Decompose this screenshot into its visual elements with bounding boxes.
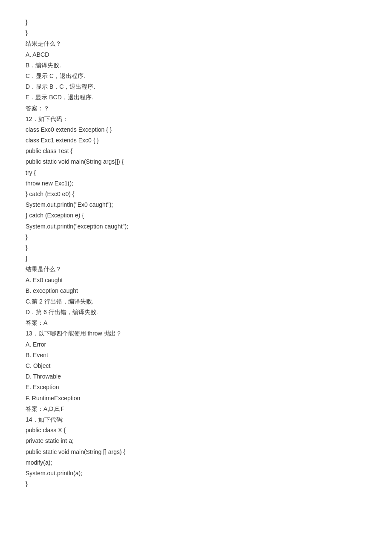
content-line: throw new Exc1(); (26, 178, 366, 189)
content-line: C．显示 C，退出程序. (26, 71, 366, 81)
content-line: B. exception caught (26, 286, 366, 296)
content-line: try { (26, 168, 366, 178)
content-line: F. RuntimeException (26, 393, 366, 404)
content-line: A. ABCD (26, 49, 366, 60)
content-line: modify(a); (26, 457, 366, 468)
content-line: public static void main(String [] args) … (26, 447, 366, 457)
content-line: System.out.println(a); (26, 468, 366, 479)
content-line: 结果是什么？ (26, 38, 366, 49)
content-line: public static void main(String args[]) { (26, 156, 366, 167)
content-line: } (26, 17, 366, 28)
content-line: private static int a; (26, 436, 366, 446)
content-line: D．显示 B，C，退出程序. (26, 81, 366, 92)
main-content: }}结果是什么？A. ABCDB．编译失败.C．显示 C，退出程序.D．显示 B… (26, 17, 366, 489)
content-line: 答案：A,D,E,F (26, 404, 366, 414)
content-line: } (26, 243, 366, 253)
content-line: } (26, 479, 366, 489)
content-line: C.第 2 行出错，编译失败. (26, 296, 366, 307)
content-line: A. Error (26, 339, 366, 350)
content-line: } (26, 253, 366, 264)
content-line: System.out.println("Ex0 caught"); (26, 199, 366, 210)
content-line: 12．如下代码： (26, 114, 366, 124)
content-line: 答案：？ (26, 103, 366, 114)
content-line: public class Test { (26, 146, 366, 156)
content-line: class Exc1 extends Exc0 { } (26, 135, 366, 146)
content-line: } (26, 232, 366, 243)
content-line: 答案：A (26, 318, 366, 328)
content-line: } (26, 28, 366, 38)
content-line: 14．如下代码: (26, 414, 366, 425)
content-line: E．显示 BCD，退出程序. (26, 92, 366, 103)
content-line: C. Object (26, 361, 366, 371)
content-line: public class X { (26, 425, 366, 436)
content-line: } catch (Exception e) { (26, 210, 366, 221)
content-line: B. Event (26, 350, 366, 361)
content-line: A. Ex0 caught (26, 275, 366, 286)
content-line: E. Exception (26, 382, 366, 393)
content-line: D. Throwable (26, 371, 366, 382)
content-line: } catch (Exc0 e0) { (26, 189, 366, 199)
content-line: System.out.println("exception caught"); (26, 221, 366, 232)
content-line: 结果是什么？ (26, 264, 366, 275)
content-line: class Exc0 extends Exception { } (26, 124, 366, 135)
content-line: D．第 6 行出错，编译失败. (26, 307, 366, 318)
content-line: B．编译失败. (26, 60, 366, 71)
content-line: 13．以下哪四个能使用 throw 抛出？ (26, 328, 366, 339)
